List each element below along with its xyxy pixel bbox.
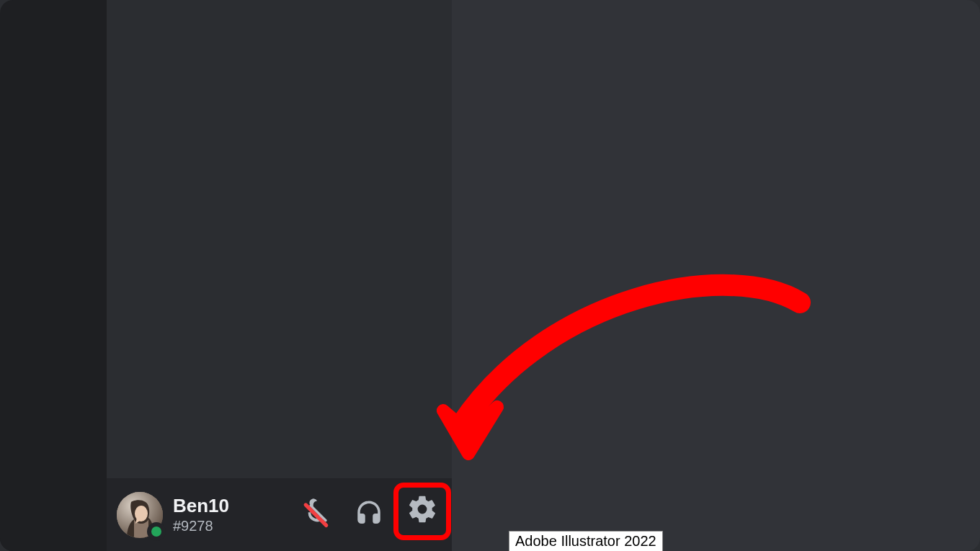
user-info[interactable]: Ben10 #9278 bbox=[173, 496, 229, 534]
user-controls bbox=[299, 478, 387, 551]
server-list-gutter bbox=[0, 0, 107, 551]
chat-area bbox=[452, 0, 980, 551]
channel-panel bbox=[107, 0, 452, 478]
tooltip: Adobe Illustrator 2022 bbox=[509, 531, 663, 551]
deafen-button[interactable] bbox=[351, 497, 387, 533]
user-panel: Ben10 #9278 bbox=[107, 478, 452, 551]
user-discriminator: #9278 bbox=[173, 518, 229, 534]
status-online-icon bbox=[147, 522, 166, 541]
mute-mic-button[interactable] bbox=[299, 497, 335, 533]
username: Ben10 bbox=[173, 496, 229, 516]
svg-rect-2 bbox=[303, 502, 329, 528]
gear-icon bbox=[406, 493, 438, 528]
tooltip-text: Adobe Illustrator 2022 bbox=[515, 533, 656, 549]
server-list-gutter-bottom bbox=[0, 478, 107, 551]
headphones-icon bbox=[354, 498, 384, 532]
microphone-muted-icon bbox=[302, 498, 332, 532]
avatar-button[interactable] bbox=[117, 492, 163, 538]
user-settings-button[interactable] bbox=[404, 492, 441, 529]
